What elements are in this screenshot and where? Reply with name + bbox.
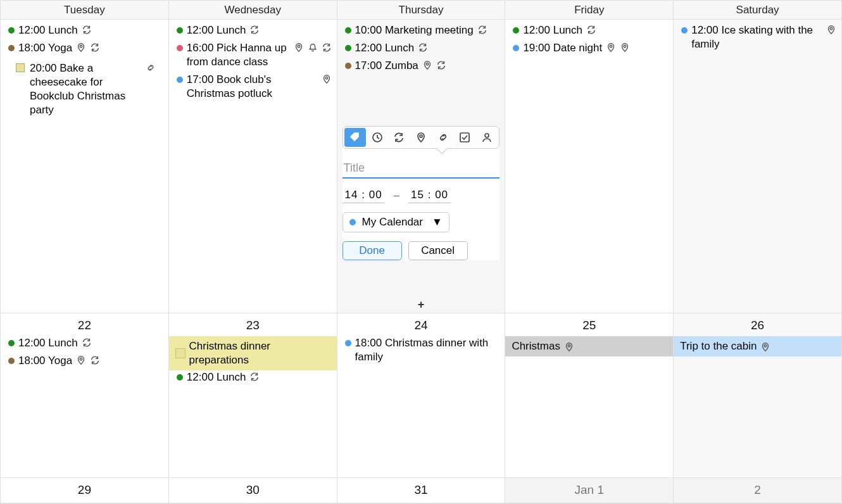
calendar-event[interactable]: 18:00 Yoga	[8, 41, 163, 55]
event-time: 19:00	[523, 42, 550, 54]
allday-bar-event[interactable]: Trip to the cabin	[674, 336, 841, 356]
weekday-header-cell: Thursday	[337, 1, 506, 20]
day-cell[interactable]: 12:00 Lunch 16:00 Pick Hanna up from dan…	[169, 20, 337, 313]
allday-bar-event[interactable]: Christmas	[505, 336, 673, 356]
repeat-icon	[586, 25, 596, 35]
calendar-event[interactable]: 17:00 Book club's Christmas potluck	[177, 73, 332, 101]
event-color-dot	[345, 340, 351, 346]
tool-attendees[interactable]	[476, 128, 498, 147]
day-cell[interactable]: 12:00 Lunch 18:00 Yoga 20:00 Bake a chee…	[1, 20, 169, 313]
event-title: Lunch	[48, 337, 77, 349]
end-time-field[interactable]: 15 : 00	[408, 187, 451, 203]
repeat-icon	[418, 42, 428, 53]
location-icon	[76, 42, 86, 53]
event-title: Lunch	[385, 42, 414, 54]
event-title: Lunch	[217, 371, 246, 383]
calendar-select-label: My Calendar	[362, 216, 423, 229]
time-dash: –	[394, 189, 399, 202]
day-cell[interactable]: 12:00 Ice skating with the family	[674, 20, 841, 313]
done-button[interactable]: Done	[342, 241, 402, 260]
event-time: 16:00	[187, 42, 214, 54]
calendar-event[interactable]: 12:00 Lunch	[345, 41, 500, 55]
tool-location[interactable]	[410, 128, 432, 147]
calendar-event[interactable]: 12:00 Lunch	[8, 23, 163, 37]
day-cell[interactable]: 2	[674, 478, 841, 503]
date-label: 23	[169, 318, 337, 332]
calendar-event[interactable]: 12:00 Ice skating with the family	[681, 23, 836, 51]
weekday-header-cell: Friday	[505, 1, 674, 20]
week-row: 12:00 Lunch 18:00 Yoga 20:00 Bake a chee…	[1, 20, 841, 313]
cancel-button[interactable]: Cancel	[408, 241, 468, 260]
day-cell[interactable]: 22 12:00 Lunch 18:00 Yoga	[1, 313, 169, 478]
date-label: 26	[674, 318, 841, 332]
event-time: 20:00	[30, 62, 57, 74]
tool-tag[interactable]	[344, 128, 367, 147]
repeat-icon	[90, 355, 100, 365]
event-swatch	[16, 63, 25, 72]
day-cell[interactable]: Jan 1	[505, 478, 674, 503]
date-label: 29	[1, 483, 168, 497]
event-title-input[interactable]	[342, 159, 500, 179]
repeat-icon	[249, 25, 260, 35]
events-list: 12:00 Lunch 16:00 Pick Hanna up from dan…	[169, 23, 337, 101]
week-row: 22 12:00 Lunch 18:00 Yoga 23 Christmas d…	[1, 313, 841, 478]
event-title: Date night	[553, 42, 603, 54]
calendar-select[interactable]: My Calendar ▼	[342, 212, 449, 232]
location-icon	[826, 25, 836, 35]
day-cell[interactable]: 25 Christmas	[505, 313, 674, 478]
calendar-event[interactable]: 12:00 Lunch	[8, 336, 163, 350]
tool-repeat[interactable]	[388, 128, 410, 147]
location-icon	[294, 42, 304, 53]
repeat-icon	[249, 372, 260, 382]
tool-clock[interactable]	[366, 128, 388, 147]
bell-icon	[308, 42, 318, 53]
day-cell[interactable]: 31	[337, 478, 506, 503]
repeat-icon	[82, 25, 92, 35]
event-color-dot	[8, 340, 15, 346]
event-time: 12:00	[187, 24, 214, 36]
date-label: 30	[169, 483, 337, 497]
calendar-event[interactable]: 17:00 Zumba	[345, 59, 500, 73]
calendar-event[interactable]: 12:00 Lunch	[177, 23, 332, 37]
calendar-event[interactable]: 18:00 Yoga	[8, 354, 163, 368]
weekday-header-cell: Saturday	[674, 1, 841, 20]
tool-checklist[interactable]	[454, 128, 476, 147]
repeat-icon	[436, 60, 446, 70]
location-icon	[564, 342, 574, 352]
calendar-event[interactable]: 19:00 Date night	[513, 41, 668, 55]
caret-down-icon: ▼	[432, 216, 443, 229]
calendar-event[interactable]: 16:00 Pick Hanna up from dance class	[177, 41, 332, 69]
day-cell[interactable]: 10:00 Marketing meeting 12:00 Lunch 17:0…	[337, 20, 506, 313]
event-swatch	[175, 348, 185, 358]
event-title: Yoga	[48, 355, 72, 367]
event-color-dot	[177, 77, 183, 83]
event-color-dot	[345, 45, 351, 51]
repeat-icon	[322, 42, 332, 53]
events-list: 18:00 Christmas dinner with family	[337, 336, 505, 364]
day-cell[interactable]: 12:00 Lunch 19:00 Date night	[505, 20, 674, 313]
allday-bar-event[interactable]: Christmas dinner preparations	[169, 336, 337, 370]
event-time: 12:00	[355, 42, 382, 54]
event-time: 18:00	[18, 355, 46, 367]
date-label: 31	[337, 483, 505, 497]
calendar-event[interactable]: 18:00 Christmas dinner with family	[345, 336, 500, 364]
day-cell[interactable]: 26 Trip to the cabin	[674, 313, 841, 478]
start-time-field[interactable]: 14 : 00	[342, 187, 385, 203]
date-label: 25	[505, 318, 673, 332]
location-icon	[760, 342, 770, 352]
day-cell[interactable]: 29	[1, 478, 169, 503]
allday-event[interactable]: 20:00 Bake a cheesecake for Bookclub Chr…	[11, 59, 161, 120]
calendar-event[interactable]: 12:00 Lunch	[177, 370, 332, 384]
day-cell[interactable]: 23 Christmas dinner preparations 12:00 L…	[169, 313, 337, 478]
event-time: 17:00	[355, 60, 382, 72]
day-cell[interactable]: 30	[169, 478, 337, 503]
calendar-event[interactable]: 10:00 Marketing meeting	[345, 23, 500, 37]
time-row: 14 : 00 – 15 : 00	[342, 187, 500, 203]
event-time: 12:00	[18, 337, 46, 349]
day-cell[interactable]: 24 18:00 Christmas dinner with family	[337, 313, 506, 478]
date-label: 24	[337, 318, 505, 332]
calendar-event[interactable]: 12:00 Lunch	[513, 23, 668, 37]
calendar-color-dot	[349, 219, 356, 225]
link-icon	[146, 63, 156, 73]
add-event-button[interactable]: +	[418, 298, 425, 312]
